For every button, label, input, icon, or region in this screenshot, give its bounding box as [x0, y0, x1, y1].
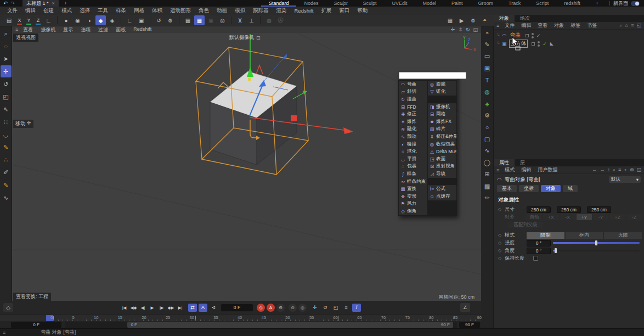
render-view-button[interactable]: ▦	[445, 15, 455, 25]
viewport-menu-item[interactable]: Redshift	[129, 26, 155, 33]
correction-deformer-item[interactable]: ✚ 修正	[399, 110, 427, 118]
texture-mode-button[interactable]: ◈	[107, 15, 117, 25]
workplane-button[interactable]: ▣	[136, 15, 146, 25]
attribute-tab[interactable]: 域	[563, 185, 578, 192]
scale-tool[interactable]: ◰	[1, 91, 12, 103]
mirror-button[interactable]: )(	[235, 15, 245, 25]
hamburger-icon[interactable]: ≡	[496, 167, 499, 173]
edges-mode-button[interactable]: ◉	[72, 15, 83, 25]
sound-button[interactable]: ⊲	[209, 304, 218, 312]
deformer-item[interactable]	[428, 200, 456, 208]
align-option-button[interactable]: 自动	[527, 214, 542, 220]
range-track[interactable]: 0 F 90 F	[65, 322, 457, 328]
material-icon[interactable]: ✏	[482, 192, 493, 204]
mode-option-button[interactable]: 框内	[566, 232, 603, 239]
range-slider[interactable]: 0 F 90 F	[127, 322, 453, 328]
sculpt-stroke-tool[interactable]: ∿	[1, 192, 12, 204]
morph-deformer-item[interactable]: ❖ 变形	[399, 193, 427, 200]
rotate-view-icon[interactable]: ↻	[466, 27, 470, 32]
am-menu-item[interactable]: 模式	[501, 166, 518, 173]
text-icon[interactable]: T	[482, 74, 493, 86]
layout-tab[interactable]: Paint	[444, 0, 471, 7]
goto-start-button[interactable]: |◀	[120, 304, 128, 312]
search-icon[interactable]: ⌕	[620, 23, 623, 29]
collision-deformer-item[interactable]: ◐ 碰撞	[399, 141, 427, 148]
redo-icon[interactable]: ↷	[11, 1, 15, 6]
menu-item[interactable]: 动画	[213, 7, 231, 14]
strength-field[interactable]: 0 °	[527, 240, 551, 247]
menu-item[interactable]: 角色	[195, 7, 213, 14]
array-icon[interactable]: ▩	[482, 181, 493, 193]
autokey-button[interactable]: A	[267, 304, 275, 312]
menu-item[interactable]: 窗口	[335, 7, 353, 14]
lock-icon[interactable]: ∘	[624, 167, 627, 173]
align-option-button[interactable]: -Y	[593, 214, 608, 220]
hamburger-icon[interactable]: ≡	[3, 330, 5, 335]
plane-icon[interactable]: ▭	[482, 51, 493, 63]
layout-tab[interactable]: Model	[415, 0, 444, 7]
x-axis-button[interactable]: X	[15, 15, 24, 25]
om-menu-item[interactable]: 编辑	[518, 22, 534, 29]
viewport-menu-item[interactable]: 查看	[19, 26, 37, 33]
instance-icon[interactable]: ⊞	[482, 169, 493, 181]
layout-tab[interactable]: +	[588, 0, 606, 7]
spherify-deformer-item[interactable]: ○ 球化	[399, 148, 427, 155]
filter-icon[interactable]: ≡	[618, 167, 621, 173]
selection-tool[interactable]: ◌	[1, 40, 12, 52]
render-settings-button[interactable]: ⚙	[468, 15, 478, 25]
document-tab[interactable]: 未标题 1 * ×	[22, 0, 59, 7]
record-rotation-icon[interactable]: ↺	[321, 304, 330, 312]
keyframe-button[interactable]: ◇	[3, 303, 13, 312]
shear-deformer-item[interactable]: ▱ 斜切	[399, 88, 427, 96]
enabled-check-icon[interactable]: ✓	[543, 41, 547, 47]
live-selection-tool[interactable]: ⌕	[1, 27, 12, 40]
jiggle-deformer-item[interactable]: ∿ 颤动	[399, 133, 427, 141]
angle-slider[interactable]	[553, 248, 640, 254]
move-tool[interactable]: ✛	[1, 65, 12, 77]
spline-circle-icon[interactable]: ○	[482, 121, 493, 133]
material-ball-icon[interactable]: ◓	[479, 15, 490, 25]
coord-system-button[interactable]: ∟	[43, 15, 54, 25]
layout-tab[interactable]: Track	[501, 0, 528, 7]
search-input[interactable]	[399, 72, 466, 79]
menu-item[interactable]: Redshift	[291, 8, 318, 14]
popout-icon[interactable]: ◱	[636, 23, 641, 29]
environment-icon[interactable]: ♣	[482, 98, 493, 110]
pan-view-icon[interactable]: ✛	[451, 27, 455, 32]
wrap-deformer-item[interactable]: ◌ 包裹	[399, 163, 427, 171]
align-option-button[interactable]: -X	[560, 214, 575, 220]
menu-item[interactable]: 跟踪器	[249, 7, 273, 14]
box-icon[interactable]: ▤	[4, 15, 14, 25]
menu-item[interactable]: 网格	[130, 7, 148, 14]
rail-deformer-item[interactable]: ◿ 导轨	[428, 170, 456, 178]
angle-field[interactable]: 0 °	[527, 248, 551, 254]
phong-tag-icon[interactable]: ◣	[550, 41, 553, 46]
loop-button[interactable]: ⇄	[188, 304, 197, 312]
attribute-tab[interactable]: 对象	[541, 185, 561, 192]
menu-item[interactable]: 模拟	[231, 7, 249, 14]
popout-icon[interactable]: ◱	[636, 167, 641, 173]
play-button[interactable]: ▶	[148, 304, 156, 312]
anim-dot-icon[interactable]: ◇	[498, 248, 505, 253]
render-picture-viewer-button[interactable]: ▶	[456, 15, 467, 25]
anim-dot-icon[interactable]: ◇	[498, 256, 505, 261]
forward-icon[interactable]: →	[600, 167, 605, 173]
enabled-check-icon[interactable]: ✓	[536, 33, 541, 38]
spline-rectangle-icon[interactable]: ▢	[482, 133, 493, 145]
size-field[interactable]: 250 cm	[527, 206, 551, 213]
bend-deformer-item[interactable]: ◠ 弯曲	[399, 81, 427, 88]
model-mode-button[interactable]: ◆	[95, 15, 106, 25]
am-menu-item[interactable]: 编辑	[518, 166, 534, 173]
shatter-deformer-item[interactable]: ▨ 碎片	[428, 126, 456, 133]
snap-button[interactable]: ▦	[183, 15, 193, 25]
layout-tab[interactable]: Script	[528, 0, 556, 7]
menu-item[interactable]: 编辑	[21, 7, 39, 14]
undo-icon[interactable]: ↶	[3, 1, 8, 6]
taper-deformer-item[interactable]: ▽ 锥化	[428, 88, 456, 96]
panel-tab[interactable]: 场次	[515, 15, 535, 22]
fit-to-parent-button[interactable]: 匹配到父级	[508, 222, 543, 228]
keyframe-selection-button[interactable]: ⚙	[276, 304, 285, 312]
sketch-tool[interactable]: ◡	[1, 128, 12, 141]
visibility-dots[interactable]	[532, 33, 534, 38]
align-option-button[interactable]: -Z	[626, 214, 642, 220]
